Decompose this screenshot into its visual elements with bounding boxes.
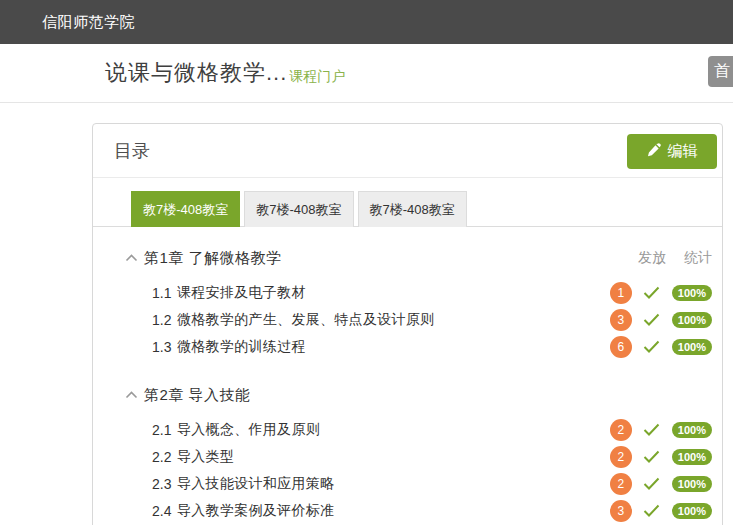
column-headers: 发放统计: [638, 249, 722, 267]
section-row: 1.1课程安排及电子教材1100%: [93, 279, 722, 306]
task-count-badge[interactable]: 6: [610, 336, 632, 358]
task-count-badge[interactable]: 3: [610, 309, 632, 331]
tab-classroom[interactable]: 教7楼-408教室: [131, 191, 240, 227]
section-indicators: 1100%: [610, 282, 722, 304]
task-count-badge[interactable]: 2: [610, 446, 632, 468]
section-indicators: 3100%: [610, 309, 722, 331]
edit-button[interactable]: 编辑: [627, 134, 717, 169]
catalog-title: 目录: [114, 139, 150, 163]
edit-button-label: 编辑: [668, 142, 698, 161]
section-number: 1.2: [152, 312, 172, 328]
section-list: 1.1课程安排及电子教材1100%1.2微格教学的产生、发展、特点及设计原则31…: [93, 279, 722, 360]
chapter-header-row: 第2章 导入技能: [93, 384, 722, 406]
section-number: 2.1: [152, 422, 172, 438]
section-title[interactable]: 导入教学案例及评价标准: [177, 502, 334, 520]
section-row: 1.3微格教学的训练过程6100%: [93, 333, 722, 360]
section-number: 1.3: [152, 339, 172, 355]
catalog-card-header: 目录 编辑: [93, 124, 722, 178]
section-title[interactable]: 导入技能设计和应用策略: [177, 475, 334, 493]
task-count-badge[interactable]: 2: [610, 473, 632, 495]
chevron-up-icon[interactable]: [121, 254, 141, 262]
section-row: 1.2微格教学的产生、发展、特点及设计原则3100%: [93, 306, 722, 333]
section-title[interactable]: 微格教学的训练过程: [177, 338, 306, 356]
issued-check-icon[interactable]: [642, 477, 662, 490]
stats-percent-badge[interactable]: 100%: [672, 339, 712, 355]
topbar: 信阳师范学院: [0, 0, 733, 44]
section-row: 2.2导入类型2100%: [93, 443, 722, 470]
issued-check-icon[interactable]: [642, 313, 662, 326]
chapter-list: 第1章 了解微格教学发放统计1.1课程安排及电子教材1100%1.2微格教学的产…: [93, 247, 722, 524]
chapter-block: 第2章 导入技能2.1导入概念、作用及原则2100%2.2导入类型2100%2.…: [93, 384, 722, 524]
stats-percent-badge[interactable]: 100%: [672, 476, 712, 492]
section-indicators: 2100%: [610, 419, 722, 441]
section-row: 2.3导入技能设计和应用策略2100%: [93, 470, 722, 497]
section-indicators: 2100%: [610, 473, 722, 495]
page-body: 目录 编辑 教7楼-408教室教7楼-408教室教7楼-408教室 第1章 了解…: [0, 103, 733, 525]
issued-check-icon[interactable]: [642, 423, 662, 436]
section-number: 2.3: [152, 476, 172, 492]
classroom-tabs: 教7楼-408教室教7楼-408教室教7楼-408教室: [93, 178, 722, 227]
section-number: 2.2: [152, 449, 172, 465]
home-button[interactable]: 首: [708, 56, 733, 87]
section-list: 2.1导入概念、作用及原则2100%2.2导入类型2100%2.3导入技能设计和…: [93, 416, 722, 524]
stats-percent-badge[interactable]: 100%: [672, 503, 712, 519]
tab-classroom[interactable]: 教7楼-408教室: [244, 191, 353, 227]
chapter-title: 第2章 导入技能: [144, 386, 251, 405]
chevron-up-icon[interactable]: [121, 391, 141, 399]
issued-check-icon[interactable]: [642, 340, 662, 353]
stats-percent-badge[interactable]: 100%: [672, 312, 712, 328]
column-header-stats: 统计: [684, 249, 712, 267]
section-title[interactable]: 课程安排及电子教材: [177, 284, 306, 302]
section-title[interactable]: 微格教学的产生、发展、特点及设计原则: [177, 311, 434, 329]
issued-check-icon[interactable]: [642, 450, 662, 463]
issued-check-icon[interactable]: [642, 504, 662, 517]
course-portal-link[interactable]: 课程门户: [289, 68, 345, 86]
section-indicators: 2100%: [610, 446, 722, 468]
task-count-badge[interactable]: 2: [610, 419, 632, 441]
pencil-icon: [647, 143, 661, 160]
stats-percent-badge[interactable]: 100%: [672, 422, 712, 438]
section-row: 2.1导入概念、作用及原则2100%: [93, 416, 722, 443]
stats-percent-badge[interactable]: 100%: [672, 285, 712, 301]
task-count-badge[interactable]: 3: [610, 500, 632, 522]
page-header: 说课与微格教学... 课程门户 首: [0, 44, 733, 103]
section-title[interactable]: 导入概念、作用及原则: [177, 421, 320, 439]
chapter-title: 第1章 了解微格教学: [144, 249, 282, 268]
tab-classroom[interactable]: 教7楼-408教室: [358, 191, 467, 227]
catalog-card: 目录 编辑 教7楼-408教室教7楼-408教室教7楼-408教室 第1章 了解…: [92, 123, 723, 525]
column-header-issue: 发放: [638, 249, 666, 267]
section-indicators: 6100%: [610, 336, 722, 358]
section-title[interactable]: 导入类型: [177, 448, 234, 466]
course-title: 说课与微格教学...: [105, 58, 287, 88]
section-row: 2.4导入教学案例及评价标准3100%: [93, 497, 722, 524]
school-name: 信阳师范学院: [42, 13, 135, 32]
section-number: 2.4: [152, 503, 172, 519]
chapter-header-row: 第1章 了解微格教学发放统计: [93, 247, 722, 269]
stats-percent-badge[interactable]: 100%: [672, 449, 712, 465]
task-count-badge[interactable]: 1: [610, 282, 632, 304]
section-number: 1.1: [152, 285, 172, 301]
issued-check-icon[interactable]: [642, 286, 662, 299]
section-indicators: 3100%: [610, 500, 722, 522]
chapter-block: 第1章 了解微格教学发放统计1.1课程安排及电子教材1100%1.2微格教学的产…: [93, 247, 722, 360]
